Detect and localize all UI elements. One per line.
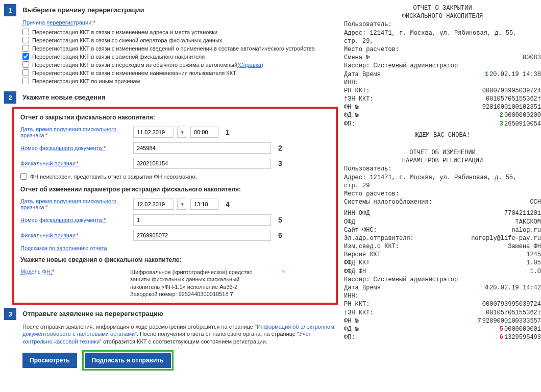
change-time-input[interactable] <box>190 199 218 210</box>
fn-broken-checkbox[interactable] <box>20 173 27 180</box>
reason-label-1: Перерегистрация ККТ в связи со сменой оп… <box>32 37 222 43</box>
step3-number: 3 <box>4 308 16 320</box>
view-button[interactable]: Просмотреть <box>22 353 77 368</box>
change-report-heading: Отчет об изменении параметров регистраци… <box>20 186 330 193</box>
step2-title: Укажите новые сведения <box>22 93 106 101</box>
close-datetime-label: Дата, время получения фискального призна… <box>20 126 130 138</box>
step1-number: 1 <box>4 4 16 16</box>
reason-label: Причина перерегистрации: <box>22 19 93 26</box>
reason-help-link-4[interactable]: (Справка) <box>237 62 263 68</box>
step3-desc: После отправки заявления, информация о х… <box>22 323 338 345</box>
model-fn-desc: Шифровальное (криптографическое) средств… <box>130 268 278 298</box>
reason-checkbox-6[interactable] <box>22 78 29 84</box>
close-date-input[interactable] <box>133 127 174 138</box>
change-fp-input[interactable] <box>133 230 271 241</box>
reason-checkbox-1[interactable] <box>22 37 29 43</box>
close-date-dropdown[interactable]: ▾ <box>177 127 187 138</box>
receipt-close: ОТЧЕТ О ЗАКРЫТИИ ФИСКАЛЬНОГО НАКОПИТЕЛЯ … <box>344 4 541 139</box>
close-fp-input[interactable] <box>133 158 271 169</box>
reason-label-3: Перерегистрация ККТ в связи с заменой фи… <box>32 54 205 60</box>
reason-label-6: Перерегистрация ККТ по иным причинам <box>32 78 140 84</box>
change-docnum-input[interactable] <box>133 214 271 226</box>
new-fn-heading: Укажите новые сведения о фискальном нако… <box>20 256 330 263</box>
step3-title: Отправьте заявление на перерегистрацию <box>22 310 163 317</box>
close-docnum-label: Номер фискального документа:* <box>20 145 130 151</box>
required-star: * <box>93 19 95 26</box>
change-docnum-label: Номер фискального документа:* <box>20 217 130 223</box>
step2-number: 2 <box>4 91 16 104</box>
sign-send-button[interactable]: Подписать и отправить <box>85 353 171 368</box>
tag-5: 5 <box>278 216 282 224</box>
tag-1: 1 <box>226 128 230 136</box>
receipt-change: ОТЧЕТ ОБ ИЗМЕНЕНИИ ПАРАМЕТРОВ РЕГИСТРАЦИ… <box>344 149 541 341</box>
reason-checkbox-3[interactable] <box>22 53 29 60</box>
reason-label-4: Перерегистрация ККТ в связи с переходом … <box>32 62 237 68</box>
step1-title: Выберите причину перерегистрации <box>22 6 144 14</box>
reason-checkbox-5[interactable] <box>22 69 29 76</box>
close-fp-label: Фискальный признак:* <box>20 160 130 166</box>
tag-4: 4 <box>226 200 230 208</box>
reason-checkbox-2[interactable] <box>22 45 29 52</box>
step2-box: Отчет о закрытии фискального накопителя:… <box>12 107 338 305</box>
reason-label-5: Перерегистрация ККТ в связи с изменением… <box>32 70 236 76</box>
sign-button-highlight: Подписать и отправить <box>82 350 174 371</box>
change-date-input[interactable] <box>133 199 174 210</box>
report-hint-link[interactable]: Подсказка по заполнению отчета <box>20 245 107 251</box>
change-fp-label: Фискальный признак:* <box>20 232 130 238</box>
change-datetime-label: Дата, время получения фискального призна… <box>20 198 130 210</box>
change-date-dropdown[interactable]: ▾ <box>177 199 187 210</box>
close-report-heading: Отчет о закрытии фискального накопителя: <box>20 114 330 121</box>
reason-checkbox-4[interactable] <box>22 61 29 68</box>
close-docnum-input[interactable] <box>133 142 271 154</box>
close-time-input[interactable] <box>190 127 218 138</box>
tag-2: 2 <box>278 144 282 152</box>
reason-checkbox-0[interactable] <box>22 29 29 35</box>
reason-label-0: Перерегистрация ККТ в связи с изменением… <box>32 29 217 35</box>
model-fn-label: Модель ФН:* <box>20 268 130 298</box>
fn-broken-label: ФН неисправен, представить отчет о закры… <box>30 174 197 180</box>
reason-label-2: Перерегистрация ККТ в связи с изменением… <box>32 45 315 52</box>
tag-6: 6 <box>278 231 282 239</box>
tag-3: 3 <box>278 159 282 167</box>
pencil-icon[interactable]: ✎ <box>281 268 286 298</box>
